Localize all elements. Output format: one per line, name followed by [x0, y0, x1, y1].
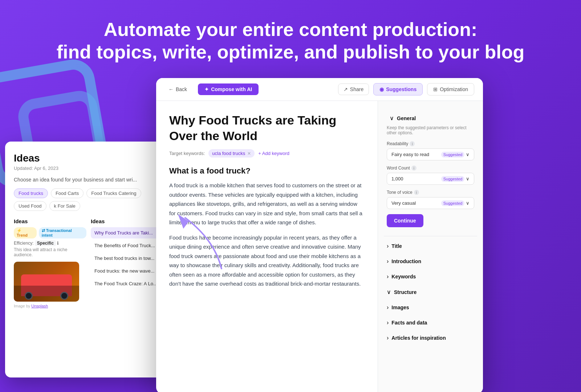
articles-section-label: Articles for inspiration — [391, 335, 474, 341]
header-line2: find topics, write, optimize, and publis… — [57, 41, 524, 62]
list-item[interactable]: Food trucks: the new wave... — [91, 265, 163, 277]
keywords-label: Target keywords: — [169, 151, 205, 156]
section-heading: What is a food truck? — [169, 166, 365, 176]
ideas-updated: Updated: Apr 6, 2023 — [14, 166, 163, 171]
general-description: Keep the suggested parameters or select … — [387, 125, 474, 135]
truck-body — [21, 274, 72, 296]
svg-marker-0 — [178, 214, 189, 229]
keywords-section-header[interactable]: › Keywords — [384, 270, 477, 283]
images-section-header[interactable]: › Images — [384, 301, 477, 314]
structure-chevron-down-icon: ∨ — [387, 289, 391, 295]
transactional-badge: ⇄ Transactional intent — [39, 227, 86, 238]
introduction-chevron-right-icon: › — [387, 258, 389, 265]
tab-optimization[interactable]: ⊞ Optimization — [427, 83, 474, 95]
word-count-suggested-badge: Suggested — [441, 176, 465, 182]
divider-1 — [384, 236, 477, 236]
sidebar-section-images: › Images — [384, 301, 477, 314]
general-section: ∨ General Keep the suggested parameters … — [384, 107, 477, 233]
editor-toolbar: ← Back ✦ Compose with AI ↗ Share ◉ Sugge… — [156, 78, 483, 101]
readability-label: Readability i — [387, 141, 474, 146]
ideas-list-title: Ideas — [91, 218, 163, 224]
trend-badge: ⚡ Trend — [14, 227, 37, 238]
list-item[interactable]: The Food Truck Craze: A Lo... — [91, 278, 163, 289]
general-section-header[interactable]: ∨ General — [387, 111, 474, 125]
ideas-columns: Ideas ⚡ Trend ⇄ Transactional intent Eff… — [14, 218, 163, 308]
tag-k-for-sale[interactable]: k For Sale — [49, 201, 80, 211]
tag-food-trucks-catering[interactable]: Food Trucks Catering — [86, 188, 141, 198]
tag-food-carts[interactable]: Food Carts — [51, 188, 84, 198]
page-header: Automate your entire content production:… — [0, 11, 581, 71]
sidebar-section-structure: ∨ Structure — [384, 285, 477, 299]
word-count-value: 1,000 — [391, 176, 403, 181]
general-section-title: General — [397, 115, 471, 121]
share-button[interactable]: ↗ Share — [338, 83, 369, 95]
topic-column: Ideas ⚡ Trend ⇄ Transactional intent Eff… — [14, 218, 86, 308]
keyword-tag[interactable]: ucla food trucks ✕ — [208, 149, 255, 158]
list-item[interactable]: Why Food Trucks are Taki... — [91, 227, 163, 238]
structure-section-label: Structure — [394, 289, 474, 295]
tone-label: Tone of voice i — [387, 190, 474, 195]
tone-info-icon[interactable]: i — [414, 190, 419, 195]
niche-text: This idea will attract a niche audience. — [14, 247, 86, 257]
ideas-title: Ideas — [14, 152, 163, 164]
tone-select[interactable]: Very casual Suggested ∨ — [387, 197, 474, 209]
images-chevron-right-icon: › — [387, 304, 389, 311]
unsplash-link[interactable]: Unsplash — [31, 304, 48, 308]
keywords-chevron-right-icon: › — [387, 273, 389, 280]
introduction-section-label: Introduction — [391, 258, 474, 264]
sidebar-section-keywords: › Keywords — [384, 270, 477, 283]
tag-food-trucks[interactable]: Food trucks — [14, 188, 48, 198]
articles-section-header[interactable]: › Articles for inspiration — [384, 331, 477, 345]
sidebar-section-articles: › Articles for inspiration — [384, 331, 477, 345]
keyword-remove-icon[interactable]: ✕ — [247, 151, 251, 156]
badge-row: ⚡ Trend ⇄ Transactional intent — [14, 227, 86, 238]
ideas-description: Choose an idea found for your business a… — [14, 177, 163, 183]
tab-suggestions[interactable]: ◉ Suggestions — [373, 83, 423, 95]
sidebar-section-introduction: › Introduction — [384, 254, 477, 268]
readability-chevron-icon: ∨ — [466, 152, 470, 157]
tone-chevron-icon: ∨ — [466, 200, 470, 206]
word-count-info-icon[interactable]: i — [411, 166, 417, 171]
compose-label: Compose with AI — [211, 86, 252, 92]
tone-suggested-badge: Suggested — [441, 200, 465, 206]
topic-title: Ideas — [14, 218, 86, 224]
word-count-label: Word Count i — [387, 166, 474, 171]
efficiency-text: Efficiency: Specific ℹ — [14, 241, 86, 246]
readability-select[interactable]: Fairy easy to read Suggested ∨ — [387, 148, 474, 160]
tag-used-food[interactable]: Used Food — [14, 201, 46, 211]
images-section-label: Images — [391, 305, 474, 310]
add-keyword-label: + Add keyword — [258, 151, 289, 156]
list-item[interactable]: The Benefits of Food Truck... — [91, 240, 163, 251]
arrow-decoration — [156, 211, 229, 276]
back-button[interactable]: ← Back — [165, 84, 191, 94]
title-section-header[interactable]: › Title — [384, 239, 477, 253]
word-count-chevron-icon: ∨ — [466, 176, 470, 181]
articles-chevron-right-icon: › — [387, 335, 389, 341]
word-count-select[interactable]: 1,000 Suggested ∨ — [387, 173, 474, 185]
readability-info-icon[interactable]: i — [410, 141, 415, 146]
keywords-row: Target keywords: ucla food trucks ✕ + Ad… — [169, 149, 365, 158]
title-section-label: Title — [391, 243, 474, 249]
truck-wheel-right — [60, 292, 68, 300]
facts-section-header[interactable]: › Facts and data — [384, 316, 477, 330]
readability-value: Fairy easy to read — [391, 152, 429, 157]
share-label: Share — [350, 86, 363, 92]
ideas-tags: Food trucks Food Carts Food Trucks Cater… — [14, 188, 163, 211]
suggestions-icon: ◉ — [379, 86, 384, 92]
readability-suggested-badge: Suggested — [441, 152, 465, 158]
introduction-section-header[interactable]: › Introduction — [384, 254, 477, 268]
article-title: Why Food Trucks are Taking Over the Worl… — [169, 113, 365, 143]
compose-icon: ✦ — [204, 86, 209, 92]
share-icon: ↗ — [344, 86, 348, 92]
image-credit: Image by Unsplash — [14, 304, 86, 308]
header-line1: Automate your entire content production: — [104, 19, 477, 40]
list-item[interactable]: The best food trucks in tow... — [91, 253, 163, 264]
add-keyword-button[interactable]: + Add keyword — [258, 151, 289, 156]
continue-button[interactable]: Continue — [387, 214, 423, 227]
compose-ai-button[interactable]: ✦ Compose with AI — [198, 83, 259, 95]
efficiency-value: Specific — [35, 240, 56, 246]
back-label: Back — [176, 86, 187, 92]
general-chevron-down-icon: ∨ — [390, 115, 394, 122]
structure-section-header[interactable]: ∨ Structure — [384, 285, 477, 299]
sidebar-panel: ∨ General Keep the suggested parameters … — [378, 101, 483, 392]
